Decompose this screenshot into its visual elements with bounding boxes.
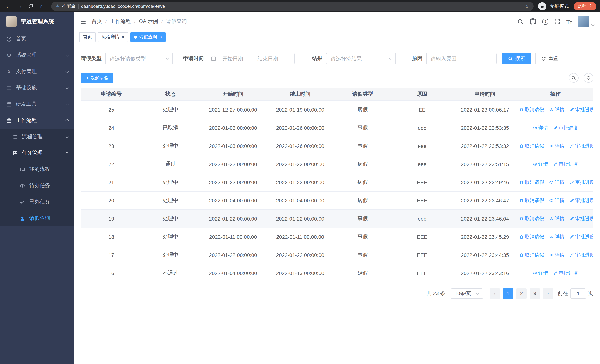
result-select-input[interactable] [331, 56, 387, 62]
detail-label: 详情 [538, 161, 548, 167]
result-select[interactable] [326, 53, 396, 65]
browser-menu-icon[interactable]: ⋮ [588, 4, 593, 9]
main-area: 首页 / 工作流程 / OA 示例 / 请假查询 ? [74, 12, 600, 364]
browser-forward-button[interactable]: → [15, 1, 24, 11]
approval-progress-link[interactable]: 审批进度 [570, 197, 593, 204]
close-icon[interactable]: × [122, 35, 124, 39]
close-icon[interactable]: × [159, 35, 162, 39]
tab-leave-query[interactable]: 请假查询 × [130, 32, 166, 42]
detail-link[interactable]: 详情 [533, 161, 548, 167]
tab-process-detail[interactable]: 流程详情 × [98, 32, 128, 42]
approval-progress-link[interactable]: 审批进度 [553, 161, 578, 167]
address-bar[interactable]: ⚠ 不安全 dashboard.yudao.iocoder.cn/bpm/oa/… [51, 2, 534, 10]
leave-type-select-input[interactable] [110, 56, 164, 62]
browser-back-button[interactable]: ← [4, 1, 13, 11]
detail-link[interactable]: 详情 [533, 124, 548, 131]
search-toggle-button[interactable] [569, 73, 579, 83]
browser-home-button[interactable]: ⌂ [37, 1, 47, 11]
cancel-leave-label: 取消请假 [525, 215, 544, 222]
search-icon[interactable] [517, 18, 524, 25]
sidebar-item-payment-management[interactable]: ¥ 支付管理 [0, 63, 74, 80]
approval-progress-link[interactable]: 审批进度 [570, 179, 593, 186]
refresh-table-button[interactable] [584, 73, 593, 83]
browser-refresh-button[interactable] [26, 1, 36, 11]
detail-link[interactable]: 详情 [549, 179, 564, 186]
fullscreen-icon[interactable] [555, 19, 561, 24]
next-page-button[interactable]: › [543, 288, 553, 299]
sidebar-item-home[interactable]: 首页 [0, 31, 74, 47]
detail-link[interactable]: 详情 [533, 270, 548, 276]
reset-button[interactable]: 重置 [535, 53, 564, 65]
cell-reason: eee [392, 119, 452, 137]
edit-icon [570, 144, 574, 148]
end-date-input[interactable] [252, 56, 284, 62]
approval-progress-label: 审批进度 [575, 215, 593, 222]
detail-link[interactable]: 详情 [549, 252, 564, 258]
cancel-leave-link[interactable]: 取消请假 [519, 179, 544, 186]
detail-link[interactable]: 详情 [549, 197, 564, 204]
sidebar-item-infrastructure[interactable]: 基础设施 [0, 80, 74, 96]
cancel-leave-link[interactable]: 取消请假 [519, 106, 544, 113]
breadcrumb-oa-example[interactable]: OA 示例 [139, 18, 158, 25]
cancel-leave-link[interactable]: 取消请假 [519, 142, 544, 149]
reason-field[interactable] [426, 53, 497, 65]
approval-progress-link[interactable]: 审批进度 [570, 106, 593, 113]
goto-page-input[interactable] [570, 288, 586, 299]
detail-link[interactable]: 详情 [549, 142, 564, 149]
detail-link[interactable]: 详情 [549, 233, 564, 240]
cell-status: 通过 [142, 155, 199, 173]
sidebar-item-todo-tasks[interactable]: 待办任务 [0, 177, 74, 194]
apply-time-range-picker[interactable]: - [207, 53, 295, 65]
cell-apply-time: 2022-01-22 23:53:35 [452, 119, 517, 137]
detail-link[interactable]: 详情 [549, 215, 564, 222]
approval-progress-link[interactable]: 审批进度 [553, 124, 578, 131]
approval-progress-link[interactable]: 审批进度 [570, 215, 593, 222]
update-label: 更新 [577, 3, 586, 9]
cancel-leave-link[interactable]: 取消请假 [519, 197, 544, 204]
page-button-3[interactable]: 3 [530, 288, 540, 299]
sidebar-item-leave-query[interactable]: 请假查询 [0, 210, 74, 226]
cell-actions: 取消请假 详情 审批进度 [517, 228, 593, 246]
sidebar-item-dev-tools[interactable]: 研发工具 [0, 96, 74, 112]
approval-progress-link[interactable]: 审批进度 [570, 233, 593, 240]
sidebar-collapse-button[interactable] [80, 18, 86, 25]
app-logo[interactable]: 芋道管理系统 [0, 12, 74, 31]
avatar[interactable] [578, 16, 589, 27]
help-icon[interactable]: ? [542, 18, 549, 25]
cancel-leave-link[interactable]: 取消请假 [519, 233, 544, 240]
breadcrumb-workflow[interactable]: 工作流程 [110, 18, 131, 25]
approval-progress-link[interactable]: 审批进度 [553, 270, 578, 276]
bookmark-star-icon[interactable]: ☆ [525, 3, 529, 9]
browser-update-button[interactable]: 更新 ⋮ [574, 2, 596, 10]
security-label[interactable]: 不安全 [62, 3, 75, 9]
page-size-select[interactable]: 10条/页 [451, 288, 483, 299]
url-text: dashboard.yudao.iocoder.cn/bpm/oa/leave [81, 3, 522, 9]
sidebar-item-task-management[interactable]: 任务管理 [0, 145, 74, 161]
cancel-leave-link[interactable]: 取消请假 [519, 215, 544, 222]
sidebar-item-my-processes[interactable]: 我的流程 [0, 161, 74, 177]
page-button-1[interactable]: 1 [503, 288, 513, 299]
approval-progress-label: 审批进度 [575, 142, 593, 149]
reason-input[interactable] [431, 56, 492, 62]
page-button-2[interactable]: 2 [516, 288, 527, 299]
font-size-icon[interactable]: TT [566, 19, 572, 24]
cancel-leave-link[interactable]: 取消请假 [519, 252, 544, 258]
incognito-icon [538, 2, 546, 10]
eye-icon [549, 216, 554, 221]
detail-link[interactable]: 详情 [549, 106, 564, 113]
sidebar-item-process-management[interactable]: 流程管理 [0, 129, 74, 145]
leave-type-select[interactable] [105, 53, 173, 65]
sidebar-item-workflow[interactable]: 工作流程 [0, 112, 74, 129]
approval-progress-link[interactable]: 审批进度 [570, 252, 593, 258]
tab-home[interactable]: 首页 [79, 32, 96, 42]
prev-page-button[interactable]: ‹ [489, 288, 500, 299]
cell-id: 24 [81, 119, 142, 137]
create-leave-button[interactable]: + 发起请假 [81, 73, 113, 83]
github-icon[interactable] [530, 18, 536, 25]
approval-progress-link[interactable]: 审批进度 [570, 142, 593, 149]
start-date-input[interactable] [217, 56, 249, 62]
search-button[interactable]: 搜索 [502, 53, 531, 65]
sidebar-item-done-tasks[interactable]: 已办任务 [0, 194, 74, 210]
sidebar-item-system-management[interactable]: ⚙ 系统管理 [0, 47, 74, 63]
breadcrumb-home[interactable]: 首页 [92, 18, 102, 25]
